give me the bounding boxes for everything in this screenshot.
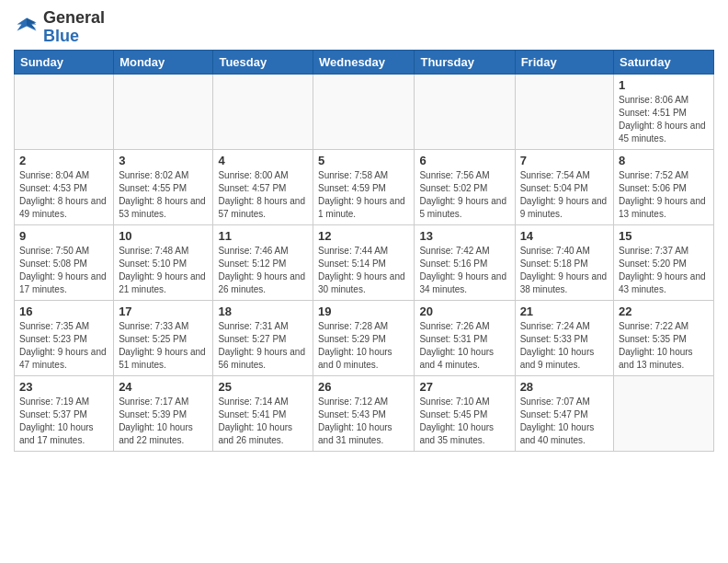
day-number: 10 bbox=[119, 229, 208, 243]
day-number: 18 bbox=[218, 304, 308, 318]
weekday-tuesday: Tuesday bbox=[213, 50, 313, 74]
calendar-table: SundayMondayTuesdayWednesdayThursdayFrid… bbox=[14, 50, 714, 452]
calendar-cell: 18Sunrise: 7:31 AM Sunset: 5:27 PM Dayli… bbox=[213, 300, 313, 375]
calendar-cell bbox=[614, 375, 714, 451]
day-number: 23 bbox=[19, 380, 108, 394]
calendar-cell bbox=[114, 74, 213, 149]
day-info: Sunrise: 7:12 AM Sunset: 5:43 PM Dayligh… bbox=[318, 396, 409, 447]
day-number: 19 bbox=[318, 304, 409, 318]
calendar-cell: 8Sunrise: 7:52 AM Sunset: 5:06 PM Daylig… bbox=[614, 149, 714, 224]
day-number: 2 bbox=[19, 154, 108, 167]
day-number: 21 bbox=[520, 304, 609, 318]
calendar-cell bbox=[515, 74, 613, 149]
day-number: 3 bbox=[119, 154, 208, 167]
weekday-wednesday: Wednesday bbox=[313, 50, 415, 74]
day-number: 12 bbox=[318, 229, 409, 243]
calendar-cell: 24Sunrise: 7:17 AM Sunset: 5:39 PM Dayli… bbox=[114, 375, 213, 451]
day-info: Sunrise: 7:48 AM Sunset: 5:10 PM Dayligh… bbox=[119, 245, 208, 296]
day-number: 15 bbox=[619, 229, 709, 243]
calendar-cell bbox=[15, 74, 114, 149]
calendar-cell bbox=[213, 74, 313, 149]
calendar-cell bbox=[415, 74, 515, 149]
day-number: 5 bbox=[318, 154, 409, 167]
day-number: 11 bbox=[218, 229, 308, 243]
day-info: Sunrise: 7:26 AM Sunset: 5:31 PM Dayligh… bbox=[419, 320, 509, 372]
calendar-cell: 6Sunrise: 7:56 AM Sunset: 5:02 PM Daylig… bbox=[415, 149, 515, 224]
day-info: Sunrise: 7:56 AM Sunset: 5:02 PM Dayligh… bbox=[419, 169, 509, 221]
calendar-body: 1Sunrise: 8:06 AM Sunset: 4:51 PM Daylig… bbox=[15, 74, 714, 451]
day-number: 6 bbox=[419, 154, 509, 167]
calendar-header: SundayMondayTuesdayWednesdayThursdayFrid… bbox=[15, 50, 714, 74]
day-info: Sunrise: 7:14 AM Sunset: 5:41 PM Dayligh… bbox=[218, 396, 308, 447]
logo-line2: Blue bbox=[43, 28, 105, 46]
day-number: 24 bbox=[119, 380, 208, 394]
day-info: Sunrise: 7:17 AM Sunset: 5:39 PM Dayligh… bbox=[119, 396, 208, 447]
week-row-3: 9Sunrise: 7:50 AM Sunset: 5:08 PM Daylig… bbox=[15, 224, 714, 300]
day-info: Sunrise: 8:00 AM Sunset: 4:57 PM Dayligh… bbox=[218, 169, 308, 221]
weekday-sunday: Sunday bbox=[15, 50, 114, 74]
calendar-cell: 13Sunrise: 7:42 AM Sunset: 5:16 PM Dayli… bbox=[415, 224, 515, 300]
day-number: 20 bbox=[419, 304, 509, 318]
calendar-cell: 5Sunrise: 7:58 AM Sunset: 4:59 PM Daylig… bbox=[313, 149, 415, 224]
day-number: 27 bbox=[419, 380, 509, 394]
calendar-cell: 28Sunrise: 7:07 AM Sunset: 5:47 PM Dayli… bbox=[515, 375, 613, 451]
day-info: Sunrise: 7:52 AM Sunset: 5:06 PM Dayligh… bbox=[619, 169, 709, 221]
day-info: Sunrise: 8:06 AM Sunset: 4:51 PM Dayligh… bbox=[619, 94, 709, 145]
calendar-cell: 25Sunrise: 7:14 AM Sunset: 5:41 PM Dayli… bbox=[213, 375, 313, 451]
day-number: 9 bbox=[19, 229, 108, 243]
calendar-cell: 20Sunrise: 7:26 AM Sunset: 5:31 PM Dayli… bbox=[415, 300, 515, 375]
day-info: Sunrise: 7:54 AM Sunset: 5:04 PM Dayligh… bbox=[520, 169, 609, 221]
day-info: Sunrise: 7:44 AM Sunset: 5:14 PM Dayligh… bbox=[318, 245, 409, 296]
calendar-cell: 19Sunrise: 7:28 AM Sunset: 5:29 PM Dayli… bbox=[313, 300, 415, 375]
day-info: Sunrise: 7:07 AM Sunset: 5:47 PM Dayligh… bbox=[520, 396, 609, 447]
week-row-4: 16Sunrise: 7:35 AM Sunset: 5:23 PM Dayli… bbox=[15, 300, 714, 375]
day-number: 14 bbox=[520, 229, 609, 243]
day-number: 25 bbox=[218, 380, 308, 394]
calendar-cell: 27Sunrise: 7:10 AM Sunset: 5:45 PM Dayli… bbox=[415, 375, 515, 451]
day-info: Sunrise: 7:28 AM Sunset: 5:29 PM Dayligh… bbox=[318, 320, 409, 372]
calendar-cell: 16Sunrise: 7:35 AM Sunset: 5:23 PM Dayli… bbox=[15, 300, 114, 375]
day-number: 8 bbox=[619, 154, 709, 167]
day-info: Sunrise: 7:42 AM Sunset: 5:16 PM Dayligh… bbox=[419, 245, 509, 296]
weekday-friday: Friday bbox=[515, 50, 613, 74]
calendar-cell: 11Sunrise: 7:46 AM Sunset: 5:12 PM Dayli… bbox=[213, 224, 313, 300]
day-number: 28 bbox=[520, 380, 609, 394]
calendar-cell: 3Sunrise: 8:02 AM Sunset: 4:55 PM Daylig… bbox=[114, 149, 213, 224]
day-number: 13 bbox=[419, 229, 509, 243]
day-number: 26 bbox=[318, 380, 409, 394]
day-info: Sunrise: 7:31 AM Sunset: 5:27 PM Dayligh… bbox=[218, 320, 308, 372]
logo-line1: General bbox=[43, 9, 105, 28]
week-row-2: 2Sunrise: 8:04 AM Sunset: 4:53 PM Daylig… bbox=[15, 149, 714, 224]
week-row-1: 1Sunrise: 8:06 AM Sunset: 4:51 PM Daylig… bbox=[15, 74, 714, 149]
calendar-cell: 22Sunrise: 7:22 AM Sunset: 5:35 PM Dayli… bbox=[614, 300, 714, 375]
day-info: Sunrise: 7:58 AM Sunset: 4:59 PM Dayligh… bbox=[318, 169, 409, 221]
day-info: Sunrise: 7:10 AM Sunset: 5:45 PM Dayligh… bbox=[419, 396, 509, 447]
calendar-cell: 2Sunrise: 8:04 AM Sunset: 4:53 PM Daylig… bbox=[15, 149, 114, 224]
calendar-cell: 12Sunrise: 7:44 AM Sunset: 5:14 PM Dayli… bbox=[313, 224, 415, 300]
day-info: Sunrise: 8:04 AM Sunset: 4:53 PM Dayligh… bbox=[19, 169, 108, 221]
page-container: General Blue SundayMondayTuesdayWednesda… bbox=[0, 0, 728, 461]
day-info: Sunrise: 7:22 AM Sunset: 5:35 PM Dayligh… bbox=[619, 320, 709, 372]
day-number: 7 bbox=[520, 154, 609, 167]
calendar-cell: 7Sunrise: 7:54 AM Sunset: 5:04 PM Daylig… bbox=[515, 149, 613, 224]
day-number: 17 bbox=[119, 304, 208, 318]
day-number: 4 bbox=[218, 154, 308, 167]
day-info: Sunrise: 7:46 AM Sunset: 5:12 PM Dayligh… bbox=[218, 245, 308, 296]
logo-icon bbox=[14, 15, 40, 40]
calendar-cell: 9Sunrise: 7:50 AM Sunset: 5:08 PM Daylig… bbox=[15, 224, 114, 300]
weekday-saturday: Saturday bbox=[614, 50, 714, 74]
day-info: Sunrise: 8:02 AM Sunset: 4:55 PM Dayligh… bbox=[119, 169, 208, 221]
calendar-cell: 26Sunrise: 7:12 AM Sunset: 5:43 PM Dayli… bbox=[313, 375, 415, 451]
day-info: Sunrise: 7:50 AM Sunset: 5:08 PM Dayligh… bbox=[19, 245, 108, 296]
day-info: Sunrise: 7:37 AM Sunset: 5:20 PM Dayligh… bbox=[619, 245, 709, 296]
day-number: 22 bbox=[619, 304, 709, 318]
header: General Blue bbox=[14, 9, 714, 46]
calendar-cell: 23Sunrise: 7:19 AM Sunset: 5:37 PM Dayli… bbox=[15, 375, 114, 451]
calendar-cell: 21Sunrise: 7:24 AM Sunset: 5:33 PM Dayli… bbox=[515, 300, 613, 375]
week-row-5: 23Sunrise: 7:19 AM Sunset: 5:37 PM Dayli… bbox=[15, 375, 714, 451]
day-info: Sunrise: 7:24 AM Sunset: 5:33 PM Dayligh… bbox=[520, 320, 609, 372]
calendar-cell: 15Sunrise: 7:37 AM Sunset: 5:20 PM Dayli… bbox=[614, 224, 714, 300]
day-info: Sunrise: 7:19 AM Sunset: 5:37 PM Dayligh… bbox=[19, 396, 108, 447]
day-info: Sunrise: 7:35 AM Sunset: 5:23 PM Dayligh… bbox=[19, 320, 108, 372]
calendar-cell: 10Sunrise: 7:48 AM Sunset: 5:10 PM Dayli… bbox=[114, 224, 213, 300]
